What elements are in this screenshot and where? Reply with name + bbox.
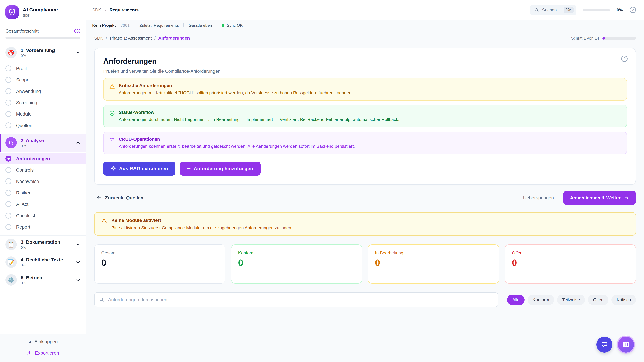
info-body: Anforderungen mit Kritikalitaet "HOCH" s…: [119, 90, 352, 95]
arrow-right-icon: [624, 195, 629, 200]
sidebar-item-quellen[interactable]: Quellen: [0, 120, 86, 131]
target-icon: 🎯: [5, 47, 17, 58]
step-progress-bar: [602, 37, 636, 39]
filter-pill-kritisch[interactable]: Kritisch: [612, 295, 636, 305]
filter-pill-alle[interactable]: Alle: [507, 295, 524, 305]
section-dokumentation: 📋 3. Dokumentation 0%: [0, 236, 86, 253]
finish-and-next-button[interactable]: Abschliessen & Weiter: [563, 191, 636, 205]
warning-body: Bitte aktivieren Sie zuerst Compliance-M…: [111, 225, 292, 230]
sidebar-item-scope[interactable]: Scope: [0, 74, 86, 85]
sidebar-item-anwendung[interactable]: Anwendung: [0, 85, 86, 97]
sidebar-item-profil[interactable]: Profil: [0, 63, 86, 74]
divider: [184, 23, 184, 27]
section-title: 2. Analyse: [21, 138, 72, 143]
filter-pill-teilweise[interactable]: Teilweise: [557, 295, 585, 305]
main-area: SDK › Requirements Suchen... ⌘K 0% ? Kei…: [86, 0, 644, 362]
filter-pill-konform[interactable]: Konform: [528, 295, 554, 305]
breadcrumb-phase1[interactable]: Phase 1: Assessment: [110, 35, 152, 40]
sidebar-item-anforderungen[interactable]: Anforderungen: [0, 153, 86, 164]
kanban-fab-button[interactable]: [618, 337, 634, 353]
breadcrumb-sdk[interactable]: SDK: [92, 7, 101, 12]
skip-button[interactable]: Ueberspringen: [521, 195, 556, 201]
chevron-down-icon: [76, 260, 80, 265]
stat-label: In Bearbeitung: [375, 250, 492, 255]
gear-icon: ⚙️: [5, 274, 17, 286]
export-button[interactable]: Exportieren: [25, 350, 61, 356]
wizard-nav: Zurueck: Quellen Ueberspringen Abschlies…: [94, 191, 636, 205]
upload-icon: [27, 351, 32, 356]
step-radio: [5, 224, 12, 230]
info-title: Kritische Anforderungen: [119, 83, 352, 88]
section-percent: 0%: [21, 281, 72, 285]
back-button[interactable]: Zurueck: Quellen: [94, 195, 146, 201]
sidebar-footer: « Einklappen Exportieren: [0, 334, 86, 362]
lightbulb-icon: [109, 137, 115, 143]
overall-progress: Gesamtfortschritt 0%: [0, 24, 86, 44]
requirements-search-input[interactable]: [94, 292, 498, 307]
chevron-right-icon: ›: [104, 7, 106, 12]
section-header-betrieb[interactable]: ⚙️ 5. Betrieb 0%: [0, 271, 86, 289]
last-visited: Zuletzt: Requirements: [139, 23, 179, 28]
chat-fab-button[interactable]: [596, 337, 612, 353]
card-help-icon[interactable]: ?: [621, 56, 628, 62]
sidebar-item-ai-act[interactable]: AI Act: [0, 198, 86, 210]
stat-card-in-bearbeitung: In Bearbeitung 0: [368, 244, 499, 284]
memo-icon: 📝: [5, 256, 17, 268]
divider: [217, 23, 217, 27]
collapse-sidebar-button[interactable]: « Einklappen: [26, 339, 60, 345]
step-radio: [5, 99, 12, 106]
step-radio: [5, 190, 12, 196]
sidebar-item-nachweise[interactable]: Nachweise: [0, 176, 86, 187]
section-header-analyse[interactable]: 2. Analyse 0%: [0, 134, 86, 151]
global-search-button[interactable]: Suchen... ⌘K: [530, 4, 576, 15]
no-modules-warning: Keine Module aktiviert Bitte aktivieren …: [94, 212, 636, 236]
slash-separator: /: [106, 35, 107, 40]
stat-card-offen: Offen 0: [505, 244, 636, 284]
info-box-status-workflow: Status-Workflow Anforderungen durchlaufe…: [103, 105, 627, 127]
requirements-search: [94, 292, 498, 307]
sidebar-item-controls[interactable]: Controls: [0, 164, 86, 176]
stat-label: Konform: [238, 250, 355, 255]
sidebar-item-screening[interactable]: Screening: [0, 97, 86, 108]
step-radio: [5, 65, 12, 71]
page-content: SDK / Phase 1: Assessment / Anforderunge…: [86, 31, 644, 362]
overall-progress-label: Gesamtfortschritt: [5, 28, 38, 33]
chevron-up-icon: [76, 50, 80, 55]
project-name: Kein Projekt: [92, 23, 116, 28]
section-header-vorbereitung[interactable]: 🎯 1. Vorbereitung 0%: [0, 44, 86, 61]
clipboard-icon: 📋: [5, 239, 17, 250]
app-logo-block: AI Compliance SDK: [0, 0, 86, 24]
filter-pill-offen[interactable]: Offen: [588, 295, 608, 305]
section-percent: 0%: [21, 245, 72, 249]
topbar: SDK › Requirements Suchen... ⌘K 0% ?: [86, 0, 644, 20]
app-subtitle: SDK: [23, 13, 58, 17]
stat-label: Offen: [512, 250, 629, 255]
step-radio: [5, 167, 12, 173]
section-header-rechtliche-texte[interactable]: 📝 4. Rechtliche Texte 0%: [0, 253, 86, 271]
add-requirement-button[interactable]: + Anforderung hinzufuegen: [180, 162, 260, 176]
stat-card-gesamt: Gesamt 0: [94, 244, 226, 284]
section-betrieb: ⚙️ 5. Betrieb 0%: [0, 271, 86, 289]
last-saved-time: Gerade eben: [188, 23, 212, 28]
breadcrumb-sdk[interactable]: SDK: [94, 35, 103, 40]
section-analyse: 2. Analyse 0% Anforderungen Controls Nac…: [0, 134, 86, 236]
stats-row: Gesamt 0 Konform 0 In Bearbeitung 0 Offe…: [94, 244, 636, 284]
step-progress: Schritt 1 von 14: [571, 36, 636, 40]
info-body: Anforderungen durchlaufen: Nicht begonne…: [119, 117, 400, 122]
breadcrumb: SDK › Requirements: [92, 7, 138, 12]
section-header-dokumentation[interactable]: 📋 3. Dokumentation 0%: [0, 236, 86, 253]
double-chevron-left-icon: «: [28, 339, 31, 344]
section-title: 3. Dokumentation: [21, 239, 72, 245]
sidebar-item-report[interactable]: Report: [0, 221, 86, 233]
sidebar-item-module[interactable]: Module: [0, 108, 86, 120]
version-badge: V001: [120, 23, 130, 28]
help-icon[interactable]: ?: [630, 7, 636, 13]
search-icon: [99, 297, 104, 302]
stat-card-konform: Konform 0: [231, 244, 362, 284]
sidebar-item-checklist[interactable]: Checklist: [0, 210, 86, 221]
warning-triangle-icon: [109, 83, 115, 89]
shield-check-icon: [5, 5, 19, 19]
sidebar-item-risiken[interactable]: Risiken: [0, 187, 86, 198]
section-percent: 0%: [21, 263, 72, 267]
extract-from-rag-button[interactable]: Aus RAG extrahieren: [103, 162, 176, 176]
